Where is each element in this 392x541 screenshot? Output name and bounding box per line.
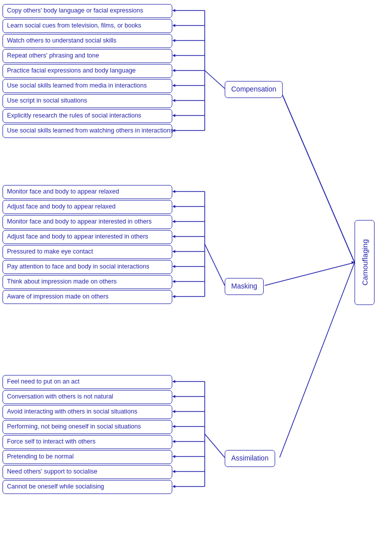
root-node: Camouflaging: [355, 220, 375, 305]
compensation-item-1: Learn social cues from television, films…: [2, 19, 172, 33]
masking-item-1: Adjust face and body to appear relaxed: [2, 200, 172, 214]
svg-marker-18: [172, 395, 175, 398]
svg-marker-11: [172, 220, 175, 223]
svg-marker-21: [172, 440, 175, 443]
assimilation-item-6: Need others' support to socialise: [2, 465, 172, 479]
masking-item-4: Pressured to make eye contact: [2, 245, 172, 259]
assimilation-item-7: Cannot be oneself while socialising: [2, 480, 172, 494]
assimilation-item-1: Conversation with others is not natural: [2, 390, 172, 404]
compensation-item-6: Use script in social situations: [2, 94, 172, 108]
compensation-item-3: Repeat others' phrasing and tone: [2, 49, 172, 63]
svg-marker-16: [172, 295, 175, 298]
masking-item-5: Pay attention to face and body in social…: [2, 260, 172, 274]
diagram-container: Copy others' body language or facial exp…: [0, 0, 392, 541]
masking-node: Masking: [225, 278, 264, 295]
svg-marker-2: [172, 39, 175, 42]
svg-marker-22: [172, 455, 175, 458]
svg-marker-5: [172, 84, 175, 87]
compensation-item-8: Use social skills learned from watching …: [2, 124, 172, 138]
svg-marker-17: [172, 380, 175, 383]
svg-marker-4: [172, 69, 175, 72]
svg-marker-9: [172, 190, 175, 193]
svg-marker-24: [172, 485, 175, 488]
compensation-item-4: Practice facial expressions and body lan…: [2, 64, 172, 78]
masking-item-6: Think about impression made on others: [2, 275, 172, 289]
assimilation-item-5: Pretending to be normal: [2, 450, 172, 464]
svg-marker-23: [172, 470, 175, 473]
svg-marker-10: [172, 205, 175, 208]
svg-marker-19: [172, 410, 175, 413]
compensation-item-2: Watch others to understand social skills: [2, 34, 172, 48]
svg-marker-13: [172, 250, 175, 253]
svg-marker-3: [172, 54, 175, 57]
masking-item-2: Monitor face and body to appear interest…: [2, 215, 172, 229]
svg-marker-20: [172, 425, 175, 428]
compensation-item-7: Explicitly research the rules of social …: [2, 109, 172, 123]
svg-marker-14: [172, 265, 175, 268]
svg-marker-12: [172, 235, 175, 238]
svg-marker-6: [172, 99, 175, 102]
compensation-node: Compensation: [225, 81, 283, 98]
assimilation-item-4: Force self to interact with others: [2, 435, 172, 449]
compensation-item-0: Copy others' body language or facial exp…: [2, 4, 172, 18]
svg-marker-0: [172, 9, 175, 12]
assimilation-item-3: Performing, not being oneself in social …: [2, 420, 172, 434]
masking-item-0: Monitor face and body to appear relaxed: [2, 185, 172, 199]
masking-item-3: Adjust face and body to appear intereste…: [2, 230, 172, 244]
svg-marker-15: [172, 280, 175, 283]
assimilation-node: Assimilation: [225, 450, 275, 467]
masking-item-7: Aware of impression made on others: [2, 290, 172, 304]
svg-marker-1: [172, 24, 175, 27]
svg-marker-7: [172, 114, 175, 117]
compensation-item-5: Use social skills learned from media in …: [2, 79, 172, 93]
assimilation-item-0: Feel need to put on an act: [2, 375, 172, 389]
assimilation-item-2: Avoid interacting with others in social …: [2, 405, 172, 419]
